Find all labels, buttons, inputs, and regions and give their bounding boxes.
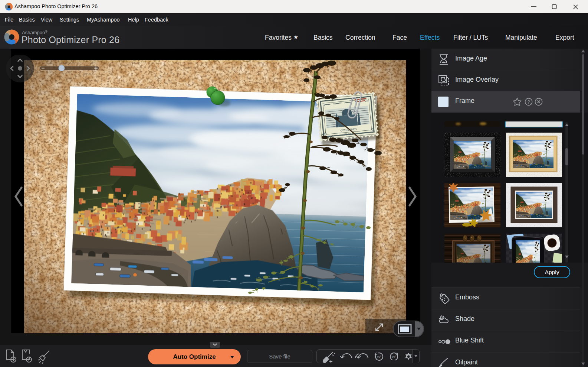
svg-text:5: 5 xyxy=(372,127,374,131)
svg-text:?: ? xyxy=(528,100,530,105)
svg-text:40: 40 xyxy=(322,131,326,136)
svg-text:90°: 90° xyxy=(392,355,396,358)
svg-text:90°: 90° xyxy=(377,355,381,358)
